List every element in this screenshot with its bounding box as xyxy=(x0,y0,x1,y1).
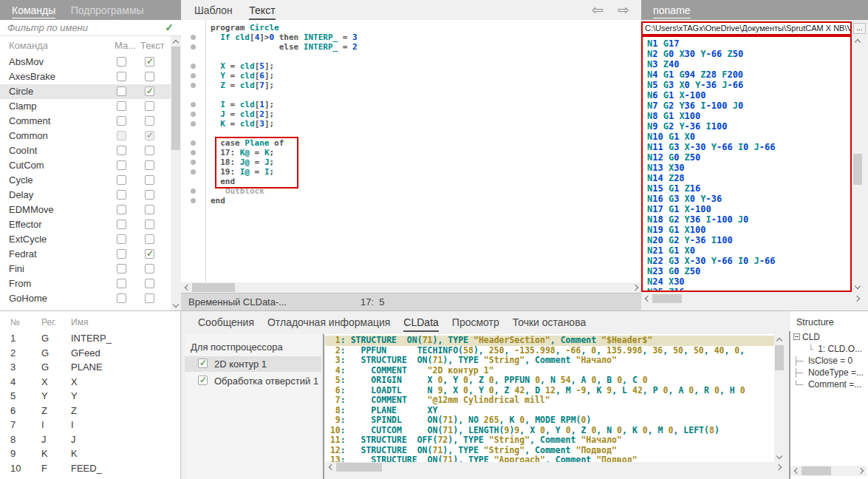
command-row[interactable]: Fini xyxy=(0,262,171,276)
nc-vscrollbar[interactable] xyxy=(852,35,863,292)
macro-checkbox[interactable] xyxy=(117,175,126,185)
cldata-line[interactable]: 9: SPINDL ON(71), NO 265, K 0, MODE RPM(… xyxy=(325,415,774,426)
cldata-view[interactable]: 1: STRUCTURE ON(71), TYPE "HeaderSection… xyxy=(325,334,774,462)
macro-checkbox[interactable] xyxy=(117,101,126,111)
macro-checkbox[interactable] xyxy=(117,116,126,126)
text-checkbox[interactable] xyxy=(145,72,154,81)
scrollbar-thumb[interactable] xyxy=(192,283,235,292)
bottom-tab-точки-останова[interactable]: Точки останова xyxy=(513,316,586,330)
command-row[interactable]: Cycle xyxy=(0,173,171,188)
command-row[interactable]: ExtCycle xyxy=(0,232,171,247)
register-row[interactable]: 6ZZ xyxy=(0,404,181,418)
pp-job-item[interactable]: 2D контур 1 xyxy=(185,356,321,372)
commands-scrollbar[interactable] xyxy=(171,36,181,310)
tree-item[interactable]: └─ Comment =... xyxy=(793,379,864,391)
macro-checkbox[interactable] xyxy=(117,160,126,170)
tab-commands[interactable]: Команды xyxy=(12,4,55,18)
tab-subprograms[interactable]: Подпрограммы xyxy=(71,4,144,18)
scroll-right-icon[interactable] xyxy=(631,282,641,293)
code-line[interactable]: program Circle xyxy=(211,23,641,33)
cldata-line[interactable]: 7: COMMENT "@12mm Cylindrical mill" xyxy=(325,395,774,406)
tree-item[interactable]: ├─ IsClose = 0 xyxy=(793,356,864,367)
command-row[interactable]: Fedrat xyxy=(0,247,171,262)
register-row[interactable]: 3GPLANE xyxy=(0,360,181,375)
scroll-left-icon[interactable] xyxy=(181,282,191,293)
command-row[interactable]: Delay xyxy=(0,188,171,203)
tree-expander-icon[interactable] xyxy=(793,333,800,340)
text-checkbox[interactable] xyxy=(145,205,154,214)
register-row[interactable]: 8JJ xyxy=(0,432,181,447)
structure-hscrollbar[interactable] xyxy=(790,466,867,476)
job-checkbox[interactable] xyxy=(198,376,208,385)
command-row[interactable]: AxesBrake xyxy=(0,69,171,84)
macro-checkbox[interactable] xyxy=(117,220,126,229)
breakpoint-dot[interactable] xyxy=(191,44,196,50)
cldata-line[interactable]: 3: STRUCTURE ON(71), TYPE "String", Comm… xyxy=(325,356,774,366)
text-checkbox[interactable] xyxy=(145,175,154,185)
macro-checkbox[interactable] xyxy=(117,146,126,155)
cldata-line[interactable]: 10: CUTCOM ON(71), LENGTH(9)9, X 0, Y 0,… xyxy=(325,426,774,436)
scroll-down-icon[interactable] xyxy=(171,300,181,310)
bottom-tab-cldata[interactable]: CLData xyxy=(403,316,438,332)
code-line[interactable]: J = cld[2]; xyxy=(211,109,641,119)
scroll-right-icon[interactable] xyxy=(852,293,863,304)
register-row[interactable]: 5YY xyxy=(0,389,181,404)
bottom-tab-сообщения[interactable]: Сообщения xyxy=(198,316,254,330)
scrollbar-thumb[interactable] xyxy=(802,466,831,475)
text-checkbox[interactable] xyxy=(145,86,154,96)
text-checkbox[interactable] xyxy=(145,101,154,111)
scroll-left-icon[interactable] xyxy=(325,462,335,472)
code-line[interactable]: Z = cld[7]; xyxy=(211,81,641,90)
col-register[interactable]: Рег. xyxy=(41,317,56,327)
register-row[interactable]: 2GGFeed xyxy=(0,346,181,361)
text-checkbox[interactable] xyxy=(145,249,154,259)
cldata-line[interactable]: 4: COMMENT "2D контур 1" xyxy=(325,366,774,376)
col-command[interactable]: Команда xyxy=(9,40,48,51)
register-row[interactable]: 9KK xyxy=(0,446,181,461)
macro-checkbox[interactable] xyxy=(117,72,126,81)
macro-checkbox[interactable] xyxy=(117,293,126,303)
breakpoint-dot[interactable] xyxy=(191,83,196,88)
cldata-line[interactable]: 11: STRUCTURE OFF(72), TYPE "String", Co… xyxy=(325,435,774,446)
command-row[interactable]: GoHome xyxy=(0,291,171,306)
text-checkbox[interactable] xyxy=(145,264,154,274)
command-row[interactable]: Effector xyxy=(0,217,171,232)
register-row[interactable]: 4XX xyxy=(0,375,181,390)
navigate-back-icon[interactable]: ⇦ xyxy=(592,1,604,18)
code-line[interactable]: K = cld[3]; xyxy=(211,119,641,129)
scroll-down-icon[interactable] xyxy=(852,282,863,292)
tab-text[interactable]: Текст xyxy=(249,4,275,20)
text-checkbox[interactable] xyxy=(145,116,154,126)
scroll-down-icon[interactable] xyxy=(774,452,785,462)
code-line[interactable]: else INTERP_ = 2 xyxy=(211,42,641,52)
breakpoint-dot[interactable] xyxy=(191,35,196,40)
code-line[interactable]: X = cld[5]; xyxy=(211,61,641,71)
command-row[interactable]: CooInt xyxy=(0,143,171,158)
register-row[interactable]: 1GINTERP_ xyxy=(0,331,181,346)
cldata-line[interactable]: 5: ORIGIN X 0, Y 0, Z 0, PPFUN 0, N 54, … xyxy=(325,376,774,386)
breakpoint-dot[interactable] xyxy=(191,150,196,155)
breakpoint-dot[interactable] xyxy=(191,188,196,194)
code-editor[interactable]: program Circle If cld[4]>0 then INTERP_ … xyxy=(181,20,641,282)
scrollbar-thumb[interactable] xyxy=(171,47,180,150)
command-row[interactable]: Clamp xyxy=(0,99,171,114)
breakpoint-dot[interactable] xyxy=(191,160,196,165)
tab-template[interactable]: Шаблон xyxy=(194,4,233,18)
scroll-right-icon[interactable] xyxy=(774,462,785,472)
scroll-up-icon[interactable] xyxy=(171,36,181,47)
scrollbar-thumb[interactable] xyxy=(775,345,784,370)
text-checkbox[interactable] xyxy=(145,146,154,155)
macro-checkbox[interactable] xyxy=(117,249,126,259)
command-row[interactable]: Circle xyxy=(0,84,171,99)
breakpoint-dot[interactable] xyxy=(191,112,196,117)
scroll-right-icon[interactable] xyxy=(856,466,867,476)
breakpoint-dot[interactable] xyxy=(191,140,196,146)
cldata-hscrollbar[interactable] xyxy=(325,462,785,472)
command-row[interactable]: EDMMove xyxy=(0,203,171,217)
command-row[interactable]: Common xyxy=(0,129,171,143)
command-row[interactable]: AbsMov xyxy=(0,55,171,69)
cldata-line[interactable]: 12: STRUCTURE ON(71), TYPE "String", Com… xyxy=(325,446,774,456)
cldata-line[interactable]: 6: LOADTL N 9, X 0, Y 0, Z 42, D 12, M -… xyxy=(325,386,774,396)
vertical-splitter[interactable] xyxy=(323,334,324,479)
code-line[interactable] xyxy=(211,90,641,100)
